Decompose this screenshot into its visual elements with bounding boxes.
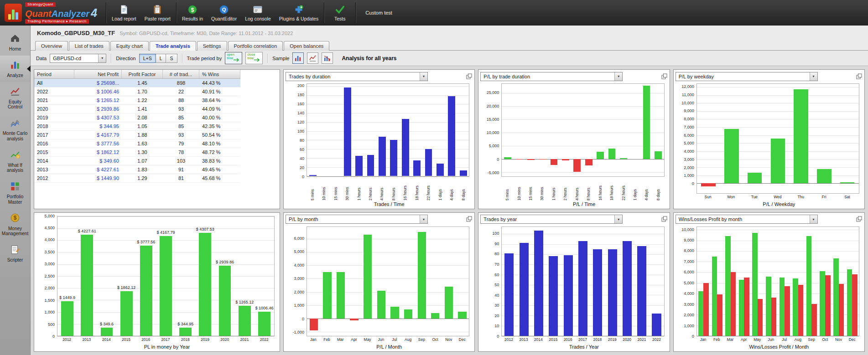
bar-value-label: $ 1265.12 [225, 300, 264, 304]
load-report-button[interactable]: Load report [108, 0, 140, 26]
table-row-2015[interactable]: 2015$ 1862.121.307848.72 % [34, 148, 240, 157]
gridline [307, 113, 469, 113]
bar [458, 312, 466, 319]
table-row-2021[interactable]: 2021$ 1265.121.228838.64 % [34, 96, 240, 105]
x-tick-label: Apr [347, 337, 361, 343]
bar [712, 257, 717, 336]
table-row-2012[interactable]: 2012$ 1449.901.298145.68 % [34, 174, 240, 183]
results-in-button[interactable]: $Results in [178, 0, 207, 26]
close-time-button[interactable]: close time [245, 52, 263, 64]
y-tick-label: 5,000 [684, 281, 694, 285]
x-tick-label: 8 days [652, 177, 664, 201]
pl-by-trade-duration-panel: P/L by trade duration ▼ -5,00005,00010,0… [478, 69, 670, 209]
sidebar-item-what-if-analysis[interactable]: ?What If analysis [0, 145, 30, 177]
bar [758, 299, 763, 336]
data-dropdown[interactable]: GBPUSD-cd ▼ [50, 54, 106, 63]
sidebar-item-home[interactable]: Home [0, 29, 30, 56]
sample-option-3-button[interactable] [322, 52, 333, 64]
chart-type-dropdown[interactable]: P/L by month ▼ [286, 215, 428, 224]
y-tick-label: 4,500 [44, 226, 55, 230]
plugins-updates-button[interactable]: Plugins & Updates [275, 0, 322, 26]
table-row-2018[interactable]: 2018$ 344.951.058542.35 % [34, 122, 240, 131]
sample-option-2-button[interactable] [307, 52, 318, 64]
quanteditor-button[interactable]: QQuantEditor [207, 0, 241, 26]
expand-icon[interactable] [466, 216, 473, 222]
tab-overview[interactable]: Overview [35, 41, 68, 51]
y-tick-label: 5,000 [489, 144, 499, 148]
table-row-2020[interactable]: 2020$ 2939.861.419344.09 % [34, 105, 240, 113]
tests-button[interactable]: Tests [326, 0, 354, 26]
direction-ls-button[interactable]: L+S [139, 54, 156, 63]
num-trades-cell: 81 [163, 174, 199, 182]
svg-text:$: $ [14, 215, 17, 221]
x-tick-label: 8 hours [583, 177, 594, 201]
y-tick-label: 4,000 [684, 149, 694, 154]
period-cell: 2016 [34, 139, 74, 148]
chart-type-dropdown[interactable]: Trades by duration ▼ [286, 72, 428, 81]
direction-long-button[interactable]: L [156, 54, 166, 63]
bar-value-label: $ 4167.79 [146, 230, 185, 235]
table-row-2014[interactable]: 2014$ 349.601.0710338.83 % [34, 157, 240, 165]
expand-icon[interactable] [661, 73, 668, 80]
period-cell: 2012 [34, 174, 74, 182]
column-header-pct-wins[interactable]: % Wins [199, 70, 240, 78]
chart-type-dropdown[interactable]: P/L by weekday ▼ [676, 72, 818, 81]
bar-value-label: $ 4227.61 [68, 229, 107, 233]
custom-test-button[interactable]: Custom test [357, 0, 400, 26]
log-console-button[interactable]: Log console [241, 0, 275, 26]
direction-short-button[interactable]: S [166, 54, 177, 63]
column-header-num-trades[interactable]: # of trad... [163, 70, 199, 78]
plot [501, 226, 664, 337]
x-tick-label: Oct [818, 337, 832, 343]
table-row-2016[interactable]: 2016$ 3777.561.637948.10 % [34, 139, 240, 148]
chart-type-dropdown[interactable]: Wins/Losses Profit by month ▼ [676, 215, 818, 224]
y-tick-label: 20,000 [487, 104, 499, 108]
direction-toggle-group: L+S L S [139, 54, 177, 63]
paste-report-button[interactable]: Paste report [140, 0, 175, 26]
open-time-button[interactable]: open time [225, 52, 242, 64]
x-tick-label: 4 days [641, 177, 652, 201]
sample-option-1-button[interactable] [292, 52, 304, 64]
x-tick-label: Jun [374, 337, 388, 343]
sidebar-item-scripter[interactable]: Scripter [0, 241, 30, 267]
sidebar-item-portfolio-master[interactable]: Portfolio Master [0, 177, 30, 209]
chart-wins-losses-by-month: 01,0002,0003,0004,0005,0006,0007,0008,00… [676, 225, 863, 351]
sidebar-item-money-management[interactable]: $Money Management [0, 209, 30, 241]
expand-icon[interactable] [856, 73, 863, 80]
column-header-net-profit[interactable]: Net Profit [74, 70, 122, 78]
expand-icon[interactable] [856, 216, 863, 222]
tab-equity-chart[interactable]: Equity chart [110, 41, 149, 51]
table-row-2013[interactable]: 2013$ 4227.611.839149.45 % [34, 165, 240, 174]
expand-icon[interactable] [661, 216, 668, 222]
arrow-right-icon [234, 58, 240, 62]
column-header-period[interactable]: Period [34, 70, 74, 78]
table-row-2017[interactable]: 2017$ 4167.791.889350.54 % [34, 131, 240, 139]
profit-factor-cell: 1.63 [122, 139, 163, 148]
panel-header: P/L by trade duration ▼ [480, 72, 667, 81]
x-tick-label: 4 hours [571, 177, 582, 201]
tab-trade-analysis[interactable]: Trade analysis [150, 41, 196, 51]
sidebar-item-equity-control[interactable]: Equity Control [0, 82, 30, 114]
y-tick-label: 40 [300, 156, 304, 161]
y-tick-label: 3,500 [44, 250, 55, 254]
tab-portfolio-correlation[interactable]: Portfolio correlation [228, 41, 283, 51]
expand-icon[interactable] [466, 73, 473, 80]
sidebar-item-monte-carlo-analysis[interactable]: Monte Carlo analysis [0, 114, 30, 146]
bar [448, 96, 455, 176]
table-row-all[interactable]: All$ 25698...1.4589844.43 % [34, 79, 240, 87]
table-row-2019[interactable]: 2019$ 4307.532.088540.00 % [34, 113, 240, 122]
period-cell: 2013 [34, 165, 74, 174]
tab-settings[interactable]: Settings [197, 41, 227, 51]
chart-type-dropdown[interactable]: Trades by year ▼ [480, 215, 623, 224]
y-tick-label: 11,000 [682, 93, 694, 97]
tab-open-balances[interactable]: Open balances [284, 41, 329, 51]
chart-type-dropdown[interactable]: P/L by trade duration ▼ [480, 72, 623, 81]
y-tick-label: 8,000 [684, 117, 694, 121]
chart-pl-by-trade-duration: -5,00005,00010,00015,00020,00025,0005 mi… [480, 82, 667, 208]
table-row-2022[interactable]: 2022$ 1006.461.702240.91 % [34, 87, 240, 96]
sidebar-item-analyze[interactable]: Analyze [0, 56, 30, 82]
y-tick-label: 10,000 [681, 101, 694, 105]
column-header-profit-factor[interactable]: Profit Factor [122, 70, 163, 78]
tab-list-of-trades[interactable]: List of trades [69, 41, 109, 51]
y-tick-label: 2,500 [44, 274, 55, 278]
